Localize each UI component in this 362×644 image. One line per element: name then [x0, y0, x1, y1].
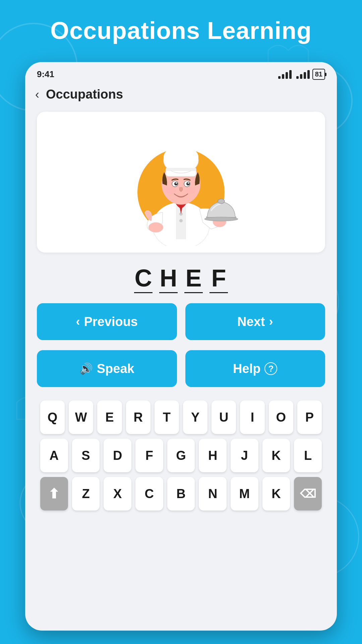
key-n[interactable]: N	[199, 477, 227, 511]
next-icon: ›	[269, 315, 273, 329]
key-g[interactable]: G	[167, 439, 195, 472]
key-o[interactable]: O	[269, 400, 293, 434]
svg-point-11	[179, 219, 183, 222]
keyboard-row-3: ⬆ Z X C B N M K ⌫	[40, 477, 322, 511]
svg-point-26	[186, 187, 196, 194]
svg-point-30	[218, 199, 225, 204]
key-w[interactable]: W	[69, 400, 93, 434]
key-c[interactable]: C	[135, 477, 163, 511]
action-buttons-row: 🔊 Speak Help ?	[37, 350, 325, 387]
chef-illustration	[124, 118, 238, 246]
phone-frame: 9:41 81 ‹ Occupations	[25, 62, 337, 631]
svg-point-24	[188, 182, 189, 184]
previous-icon: ‹	[76, 315, 80, 329]
key-x[interactable]: X	[104, 477, 131, 511]
status-icons: 81	[278, 69, 325, 80]
keyboard: Q W E R T Y U I O P A S D F G H J K	[37, 400, 325, 511]
previous-button[interactable]: ‹ Previous	[37, 303, 177, 340]
keyboard-row-1: Q W E R T Y U I O P	[40, 400, 322, 434]
speaker-icon: 🔊	[79, 362, 93, 375]
letter-box-3: E	[184, 266, 203, 293]
status-time: 9:41	[37, 69, 54, 79]
signal-icon-1	[278, 70, 292, 79]
shift-key[interactable]: ⬆	[40, 477, 68, 511]
key-u[interactable]: U	[212, 400, 236, 434]
svg-rect-18	[166, 168, 196, 171]
key-a[interactable]: A	[40, 439, 68, 472]
word-display: C H E F	[134, 266, 228, 293]
letter-underline-4	[209, 292, 228, 293]
next-label: Next	[237, 315, 265, 329]
next-button[interactable]: Next ›	[185, 303, 325, 340]
letter-h: H	[160, 266, 177, 290]
key-l[interactable]: L	[294, 439, 322, 472]
speak-label: Speak	[97, 362, 134, 376]
svg-point-17	[168, 144, 194, 163]
letter-underline-3	[184, 292, 203, 293]
key-p[interactable]: P	[297, 400, 322, 434]
svg-point-25	[166, 187, 176, 194]
key-m[interactable]: M	[231, 477, 258, 511]
svg-point-31	[204, 217, 238, 221]
nav-buttons-row: ‹ Previous Next ›	[37, 303, 325, 340]
key-z[interactable]: Z	[72, 477, 100, 511]
key-d[interactable]: D	[104, 439, 131, 472]
key-r[interactable]: R	[126, 400, 150, 434]
key-k2[interactable]: K	[262, 477, 290, 511]
letter-box-2: H	[159, 266, 178, 293]
key-j[interactable]: J	[231, 439, 258, 472]
letter-box-1: C	[134, 266, 153, 293]
svg-point-23	[176, 182, 177, 184]
key-q[interactable]: Q	[40, 400, 65, 434]
svg-point-27	[148, 222, 163, 232]
key-t[interactable]: T	[155, 400, 179, 434]
help-label: Help	[233, 362, 260, 376]
help-button[interactable]: Help ?	[185, 350, 325, 387]
backspace-key[interactable]: ⌫	[294, 477, 322, 511]
key-e[interactable]: E	[97, 400, 122, 434]
image-card	[37, 112, 325, 253]
key-i[interactable]: I	[240, 400, 264, 434]
keyboard-row-2: A S D F G H J K L	[40, 439, 322, 472]
signal-icon-2	[296, 70, 310, 79]
key-k[interactable]: K	[262, 439, 290, 472]
content-area: C H E F ‹ Previous Next	[25, 107, 337, 516]
letter-e: E	[185, 266, 201, 290]
key-y[interactable]: Y	[183, 400, 207, 434]
key-b[interactable]: B	[167, 477, 195, 511]
key-f[interactable]: F	[135, 439, 163, 472]
letter-underline-2	[159, 292, 178, 293]
speak-button[interactable]: 🔊 Speak	[37, 350, 177, 387]
letter-f: F	[212, 266, 226, 290]
key-s[interactable]: S	[72, 439, 100, 472]
nav-title: Occupations	[46, 87, 123, 102]
back-button[interactable]: ‹	[35, 88, 39, 102]
letter-underline-1	[134, 292, 153, 293]
key-h[interactable]: H	[199, 439, 227, 472]
help-icon: ?	[264, 362, 277, 375]
battery-indicator: 81	[312, 69, 325, 80]
letter-box-4: F	[209, 266, 228, 293]
page-title: Occupations Learning	[0, 17, 362, 44]
status-bar: 9:41 81	[25, 62, 337, 84]
previous-label: Previous	[84, 315, 138, 329]
letter-c: C	[135, 266, 152, 290]
nav-bar: ‹ Occupations	[25, 84, 337, 107]
